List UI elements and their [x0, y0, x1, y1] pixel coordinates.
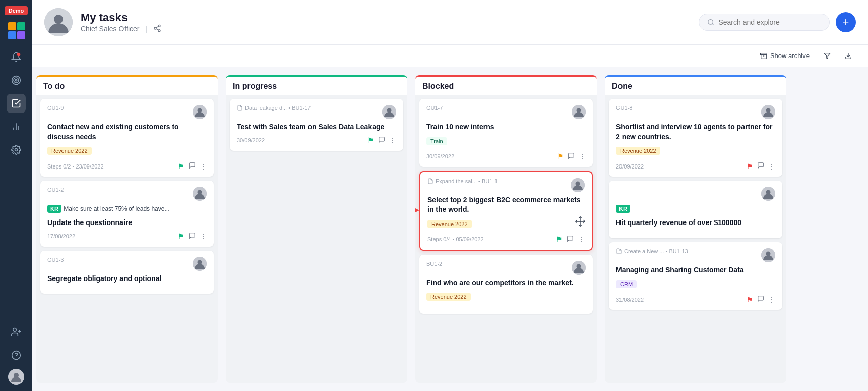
task-card[interactable]: Create a New ... • BU1-13Managing and Sh…	[609, 242, 782, 310]
flag-icon[interactable]: ⚑	[557, 152, 564, 160]
help-icon[interactable]	[7, 346, 26, 365]
card-title: Contact new and existing customers to di…	[47, 122, 207, 142]
card-avatar	[761, 105, 775, 119]
svg-rect-2	[8, 31, 16, 39]
card-footer-date: 30/09/2022	[237, 137, 265, 143]
download-icon	[845, 52, 852, 60]
column-header-todo: To do	[36, 75, 218, 95]
svg-marker-30	[824, 53, 830, 59]
svg-rect-3	[17, 31, 25, 39]
svg-point-12	[13, 328, 17, 332]
more-icon[interactable]: ⋮	[579, 152, 586, 160]
search-bar[interactable]	[699, 14, 830, 31]
card-tag[interactable]: Revenue 2022	[616, 147, 660, 155]
comment-icon[interactable]	[567, 235, 574, 244]
doc-icon	[237, 105, 243, 111]
card-title: Find who are our competitors in the mark…	[426, 278, 586, 288]
svg-rect-0	[8, 22, 16, 30]
share-icon[interactable]	[153, 24, 161, 34]
svg-point-21	[158, 25, 160, 27]
more-icon[interactable]: ⋮	[200, 162, 207, 171]
card-footer-date: 17/08/2022	[47, 233, 75, 239]
flag-icon[interactable]: ⚑	[367, 136, 374, 144]
header-subtitle: Chief Sales Officer |	[81, 24, 691, 34]
card-footer-date: 20/09/2022	[616, 163, 644, 170]
comment-icon[interactable]	[378, 136, 385, 145]
card-tag[interactable]: Revenue 2022	[427, 220, 472, 228]
card-avatar	[761, 248, 775, 262]
more-icon[interactable]: ⋮	[578, 235, 585, 243]
card-avatar	[572, 105, 586, 119]
arrow-indicator	[415, 203, 419, 219]
svg-point-6	[14, 78, 19, 83]
settings-icon[interactable]	[7, 140, 26, 159]
show-archive-button[interactable]: Show archive	[756, 50, 814, 62]
card-tag[interactable]: Revenue 2022	[426, 293, 471, 301]
flag-icon[interactable]: ⚑	[747, 162, 753, 171]
column-body-done: GU1-8Shortlist and interview 10 agents t…	[605, 95, 786, 383]
more-icon[interactable]: ⋮	[768, 162, 775, 171]
task-card[interactable]: Data leakage d... • BU1-17Test with Sale…	[230, 99, 403, 151]
card-sub: Create a New ... • BU1-13	[616, 248, 688, 254]
filter-button[interactable]	[820, 50, 835, 62]
task-card[interactable]: KRHit quarterly revenue of over $100000	[609, 181, 782, 238]
flag-icon[interactable]: ⚑	[178, 232, 184, 240]
svg-point-22	[154, 27, 156, 29]
demo-badge[interactable]: Demo	[5, 6, 28, 15]
sidebar: Demo	[0, 0, 32, 391]
doc-icon	[427, 178, 433, 184]
header-right: +	[699, 12, 856, 32]
task-card[interactable]: GU1-9Contact new and existing customers …	[40, 99, 214, 177]
chart-icon[interactable]	[7, 117, 26, 136]
comment-icon[interactable]	[568, 152, 575, 161]
task-card[interactable]: GU1-2KR Make sure at least 75% of leads …	[40, 181, 214, 247]
more-icon[interactable]: ⋮	[768, 296, 775, 304]
card-tag[interactable]: CRM	[616, 280, 637, 288]
search-icon	[707, 18, 714, 26]
target-icon[interactable]	[7, 71, 26, 90]
flag-icon[interactable]: ⚑	[747, 296, 753, 304]
card-avatar	[761, 187, 775, 201]
main-content: My tasks Chief Sales Officer |	[32, 0, 868, 391]
task-card[interactable]: GU1-3Segregate obligatory and optional	[40, 251, 214, 294]
add-button[interactable]: +	[836, 12, 856, 32]
archive-icon	[760, 52, 767, 60]
app-logo[interactable]	[7, 21, 25, 39]
search-input[interactable]	[718, 18, 821, 26]
comment-icon[interactable]	[189, 232, 196, 241]
user-avatar-sidebar[interactable]	[8, 369, 24, 385]
card-sub: Data leakage d... • BU1-17	[237, 105, 311, 111]
card-tag[interactable]: Train	[426, 137, 447, 145]
download-button[interactable]	[841, 50, 856, 62]
more-icon[interactable]: ⋮	[200, 232, 207, 240]
flag-icon[interactable]: ⚑	[178, 162, 184, 171]
tasks-icon[interactable]	[7, 94, 26, 113]
more-icon[interactable]: ⋮	[389, 136, 396, 144]
comment-icon[interactable]	[757, 162, 764, 171]
card-tag[interactable]: Revenue 2022	[47, 147, 92, 155]
card-sub: Expand the sal... • BU1-1	[427, 178, 498, 184]
comment-icon[interactable]	[757, 295, 764, 304]
doc-icon	[616, 248, 622, 254]
page-title: My tasks	[81, 11, 691, 24]
svg-point-7	[15, 79, 17, 81]
task-card[interactable]: GU1-7Train 10 new internsTrain30/09/2022…	[419, 99, 593, 167]
svg-rect-1	[17, 22, 25, 30]
card-footer-date: Steps 0/2 • 23/09/2022	[47, 163, 104, 170]
drag-icon	[575, 216, 586, 230]
add-user-icon[interactable]	[7, 322, 26, 342]
task-card[interactable]: GU1-8Shortlist and interview 10 agents t…	[609, 99, 782, 177]
card-id: GU1-8	[616, 105, 632, 111]
notification-icon[interactable]	[7, 47, 26, 67]
task-card[interactable]: Expand the sal... • BU1-1Select top 2 bi…	[419, 171, 593, 251]
card-title: Segregate obligatory and optional	[47, 274, 207, 284]
card-id: GU1-7	[426, 105, 443, 111]
card-avatar	[572, 261, 586, 275]
kr-badge: KR	[616, 205, 630, 213]
task-card[interactable]: BU1-2Find who are our competitors in the…	[419, 255, 593, 314]
column-body-inprogress: Data leakage d... • BU1-17Test with Sale…	[226, 95, 407, 383]
comment-icon[interactable]	[189, 162, 196, 171]
flag-icon[interactable]: ⚑	[556, 235, 563, 243]
card-title: Hit quarterly revenue of over $100000	[616, 218, 775, 228]
column-done: DoneGU1-8Shortlist and interview 10 agen…	[605, 75, 786, 383]
